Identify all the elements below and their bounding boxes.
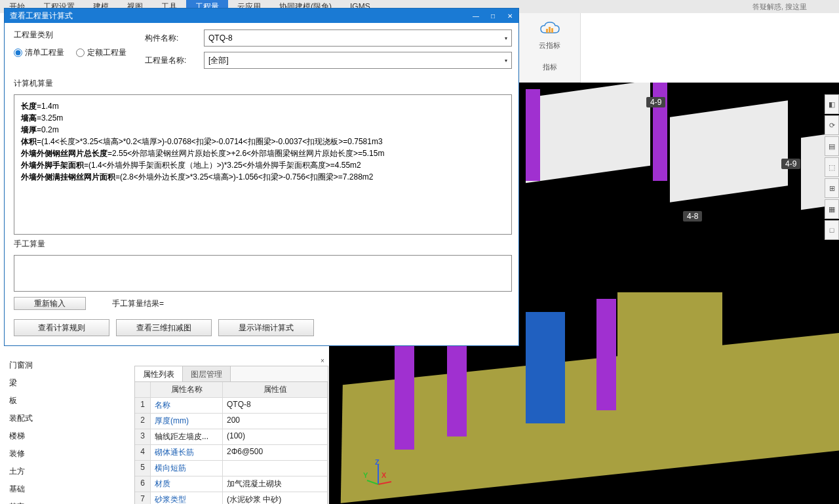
- cloud-indicator-panel: 云指标 指标: [519, 13, 581, 83]
- tree-item[interactable]: 基础: [5, 480, 130, 498]
- axis-label: 4-8: [683, 211, 702, 222]
- toolbar-button[interactable]: ▦: [825, 199, 839, 219]
- header-blank: [135, 382, 151, 398]
- component-name-dropdown[interactable]: QTQ-8 ▾: [204, 29, 512, 47]
- maximize-button[interactable]: □: [484, 9, 501, 23]
- toolbar-button[interactable]: ⬚: [825, 157, 839, 177]
- property-value[interactable]: (水泥砂浆 中砂): [223, 492, 328, 504]
- property-name[interactable]: 砌体通长筋: [151, 445, 223, 461]
- svg-rect-1: [549, 27, 551, 33]
- toolbar-button[interactable]: ◧: [825, 94, 839, 114]
- row-index: 7: [135, 492, 151, 504]
- axis-gizmo[interactable]: ZYX: [362, 458, 395, 491]
- category-title: 工程量类别: [14, 29, 145, 41]
- chevron-down-icon: ▾: [505, 35, 507, 41]
- manual-result-label: 手工算量结果=: [112, 298, 164, 309]
- tree-item[interactable]: 其它: [5, 498, 130, 504]
- radio-input[interactable]: [76, 48, 85, 57]
- indicator-label: 指标: [519, 62, 580, 72]
- property-value[interactable]: 2Φ6@500: [223, 445, 328, 461]
- svg-line-4: [378, 482, 391, 484]
- tree-item[interactable]: 板: [5, 392, 130, 410]
- row-index: 6: [135, 476, 151, 492]
- top-search: [752, 0, 831, 13]
- property-value[interactable]: [223, 461, 328, 476]
- radio-input[interactable]: [14, 48, 22, 57]
- computer-section-label: 计算机算量: [14, 78, 512, 89]
- property-name[interactable]: 横向短筋: [151, 461, 223, 476]
- property-name[interactable]: 厚度(mm): [151, 414, 223, 429]
- tree-item[interactable]: 梁: [5, 374, 130, 392]
- view-rule-button[interactable]: 查看计算规则: [14, 319, 109, 336]
- tree-item[interactable]: 装修: [5, 445, 130, 463]
- property-name[interactable]: 材质: [151, 476, 223, 492]
- axis-label: 4-9: [781, 159, 800, 169]
- close-button[interactable]: ✕: [501, 9, 518, 23]
- radio-bill-quantity[interactable]: 清单工程量: [14, 47, 64, 58]
- property-panel: × 属性列表 图层管理 属性名称 属性值 1名称QTQ-82厚度(mm)2003…: [134, 366, 328, 504]
- quantity-name-label: 工程量名称:: [145, 55, 204, 66]
- header-property-name: 属性名称: [151, 382, 223, 398]
- manual-section-label: 手工算量: [14, 239, 512, 250]
- tab-layer-manage[interactable]: 图层管理: [183, 366, 231, 381]
- axis-label: 4-9: [646, 97, 665, 107]
- dialog-titlebar[interactable]: 查看工程量计算式 — □ ✕: [5, 9, 518, 23]
- toolbar-button[interactable]: ⊞: [825, 178, 839, 198]
- property-value[interactable]: 加气混凝土砌块: [223, 476, 328, 492]
- tree-item[interactable]: 土方: [5, 463, 130, 480]
- tree-item[interactable]: 门窗洞: [5, 357, 130, 374]
- reload-button[interactable]: 重新输入: [14, 297, 86, 310]
- tree-item[interactable]: 楼梯: [5, 427, 130, 445]
- property-value[interactable]: QTQ-8: [223, 398, 328, 414]
- property-name[interactable]: 名称: [151, 398, 223, 414]
- property-name[interactable]: 砂浆类型: [151, 492, 223, 504]
- dialog-title: 查看工程量计算式: [10, 10, 73, 22]
- property-value[interactable]: 200: [223, 414, 328, 429]
- toolbar-button[interactable]: □: [825, 220, 839, 240]
- row-index: 2: [135, 414, 151, 429]
- svg-rect-2: [551, 28, 553, 33]
- row-index: 1: [135, 398, 151, 414]
- tab-property-list[interactable]: 属性列表: [135, 366, 183, 381]
- quantity-formula-dialog: 查看工程量计算式 — □ ✕ 工程量类别 清单工程量 定额工程量: [4, 8, 519, 346]
- property-name[interactable]: 轴线距左墙皮...: [151, 429, 223, 445]
- svg-line-5: [367, 480, 378, 484]
- quantity-name-dropdown[interactable]: [全部] ▾: [204, 52, 512, 69]
- right-toolbar: ◧ ⟳ ▤ ⬚ ⊞ ▦ □: [825, 94, 839, 241]
- header-property-value: 属性值: [223, 382, 328, 398]
- cloud-icon[interactable]: [539, 21, 560, 37]
- toolbar-button[interactable]: ▤: [825, 136, 839, 156]
- row-index: 3: [135, 429, 151, 445]
- svg-rect-0: [546, 29, 548, 33]
- row-index: 4: [135, 445, 151, 461]
- show-detail-formula-button[interactable]: 显示详细计算式: [218, 319, 314, 336]
- row-index: 5: [135, 461, 151, 476]
- toolbar-button[interactable]: ⟳: [825, 115, 839, 135]
- manual-formula-box[interactable]: [14, 255, 512, 292]
- search-input[interactable]: [752, 3, 831, 10]
- panel-close-icon[interactable]: ×: [319, 357, 326, 365]
- computer-formula-box[interactable]: 长度=1.4m墙高=3.25m墙厚=0.2m体积=(1.4<长度>*3.25<墙…: [14, 94, 512, 235]
- tree-item[interactable]: 装配式: [5, 410, 130, 427]
- cloud-label: 云指标: [519, 41, 580, 50]
- radio-fixed-quantity[interactable]: 定额工程量: [76, 47, 127, 58]
- component-name-label: 构件名称:: [145, 33, 204, 44]
- view-3d-deduction-button[interactable]: 查看三维扣减图: [116, 319, 212, 336]
- minimize-button[interactable]: —: [467, 9, 484, 23]
- property-value[interactable]: (100): [223, 429, 328, 445]
- chevron-down-icon: ▾: [505, 58, 507, 64]
- left-category-tree: 门窗洞 梁 板 装配式 楼梯 装修 土方 基础 其它: [5, 357, 130, 504]
